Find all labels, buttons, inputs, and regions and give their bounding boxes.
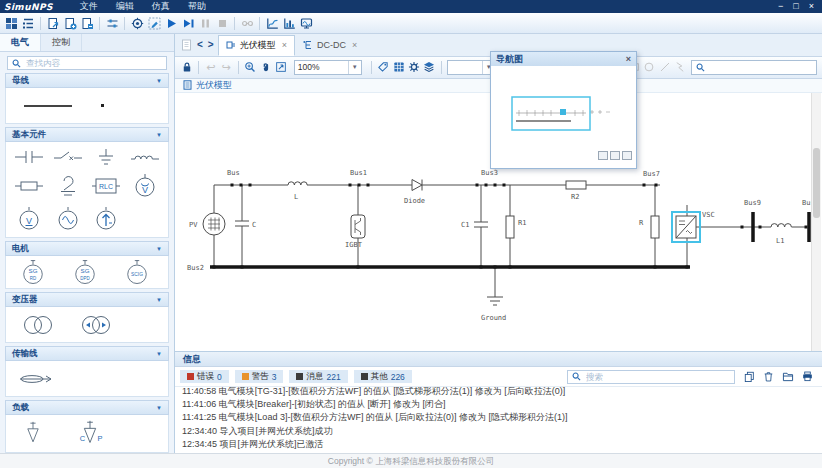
resistor-r1[interactable]	[506, 185, 514, 267]
component-ground[interactable]	[91, 147, 121, 167]
filter-errors[interactable]: 错误0	[180, 370, 229, 383]
insert-polyline-icon[interactable]	[674, 59, 687, 75]
component-transformer-2w[interactable]	[18, 313, 58, 337]
close-button[interactable]: ×	[809, 0, 814, 13]
component-ac-source[interactable]	[53, 206, 83, 232]
canvas-vertical-scrollbar[interactable]	[811, 93, 821, 351]
stop-icon[interactable]	[214, 15, 230, 31]
zoom-level-select[interactable]: 100% ▼	[294, 60, 362, 75]
back-icon[interactable]: <	[197, 39, 203, 50]
minimap-controls[interactable]	[598, 151, 632, 160]
menu-simulation[interactable]: 仿真	[152, 0, 170, 13]
connect-icon[interactable]	[239, 15, 255, 31]
section-transformer-header[interactable]: 变压器 ▼	[5, 292, 169, 307]
pause-icon[interactable]	[197, 15, 213, 31]
igbt[interactable]	[351, 185, 365, 267]
sidebar-tab-electrical[interactable]: 电气	[0, 34, 41, 51]
forward-icon[interactable]: >	[208, 39, 214, 50]
inductor-l[interactable]	[288, 181, 307, 184]
component-voltage-meter[interactable]: V	[14, 206, 44, 232]
menu-help[interactable]: 帮助	[188, 0, 206, 13]
insert-line-icon[interactable]	[658, 59, 671, 75]
component-capacitor[interactable]	[14, 147, 44, 167]
component-arrester[interactable]	[53, 174, 83, 198]
log-line[interactable]: 11:41:25 电气模块[Load 3]-[数值积分方法WF] 的值从 [后向…	[182, 411, 822, 424]
breadcrumb-label[interactable]: 光伏模型	[196, 79, 232, 92]
tab-close-icon[interactable]: ×	[352, 40, 357, 50]
insert-ellipse-icon[interactable]	[643, 59, 656, 75]
curve-chart-icon[interactable]	[264, 15, 280, 31]
dashboard-icon[interactable]	[3, 15, 19, 31]
print-log-icon[interactable]	[802, 371, 813, 382]
filter-messages[interactable]: 消息221	[289, 370, 347, 383]
log-line[interactable]: 12:34:40 导入项目[并网光伏系统]成功	[182, 425, 822, 438]
pan-hand-icon[interactable]	[259, 59, 272, 75]
menu-edit[interactable]: 编辑	[116, 0, 134, 13]
settings-sliders-icon[interactable]	[104, 15, 120, 31]
canvas-search[interactable]	[691, 60, 817, 75]
tab-dcdc[interactable]: DC-DC ×	[295, 35, 365, 56]
fit-view-icon[interactable]	[274, 59, 287, 75]
zoom-in-icon[interactable]	[244, 59, 257, 75]
capacitor-c1[interactable]	[474, 185, 488, 267]
label-tag-icon[interactable]	[377, 59, 390, 75]
navigation-map-body[interactable]	[491, 66, 636, 166]
sidebar-tab-control[interactable]: 控制	[41, 34, 82, 51]
step-run-icon[interactable]	[180, 15, 196, 31]
component-voltmeter[interactable]: V	[130, 173, 160, 199]
log-search-input[interactable]	[584, 371, 730, 383]
component-resistor[interactable]	[14, 176, 44, 196]
data-grid-icon[interactable]	[392, 59, 405, 75]
log-line[interactable]: 12:34:45 项目[并网光伏系统]已激活	[182, 438, 822, 451]
component-sg-generator-1[interactable]: SGRD	[18, 259, 48, 286]
component-breaker[interactable]	[53, 147, 83, 167]
component-cvp-load[interactable]: CP	[74, 419, 106, 449]
log-line[interactable]: 11:41:06 电气模块[Breaker]-[初始状态] 的值从 [断开] 修…	[182, 398, 822, 411]
clear-log-icon[interactable]	[763, 371, 774, 382]
project-tree-icon[interactable]	[20, 15, 36, 31]
log-search[interactable]	[567, 370, 735, 384]
tab-close-icon[interactable]: ×	[282, 40, 287, 50]
component-dc-current-source[interactable]	[91, 206, 121, 232]
capacitor-c[interactable]	[235, 185, 249, 267]
section-load-header[interactable]: 负载 ▼	[5, 400, 169, 415]
vsc-converter[interactable]	[676, 205, 696, 267]
diode[interactable]	[412, 179, 422, 190]
waveform-icon[interactable]	[281, 15, 297, 31]
component-sg-generator-2[interactable]: SGDPD	[70, 259, 100, 286]
redo-icon[interactable]: ↪	[220, 59, 233, 75]
component-scig-motor[interactable]: SCIG	[122, 259, 152, 286]
component-rlc-branch[interactable]: RLC	[91, 176, 121, 196]
scrollbar-thumb[interactable]	[813, 148, 820, 218]
navigation-map-panel[interactable]: 导航图 ×	[490, 51, 637, 169]
symbol-select-1[interactable]: ▼	[447, 60, 496, 75]
maximize-button[interactable]: □	[793, 0, 798, 13]
ground[interactable]	[487, 267, 503, 305]
layers-icon[interactable]	[423, 59, 436, 75]
component-load[interactable]	[20, 419, 46, 449]
filter-warnings[interactable]: 警告3	[235, 370, 284, 383]
open-log-folder-icon[interactable]	[782, 371, 794, 382]
section-line-header[interactable]: 传输线 ▼	[5, 346, 169, 361]
section-bus-header[interactable]: 母线 ▼	[5, 73, 169, 88]
gear-icon[interactable]	[407, 59, 420, 75]
lock-icon[interactable]	[180, 59, 193, 75]
copy-log-icon[interactable]	[744, 371, 755, 382]
component-transformer-2w-tap[interactable]	[76, 313, 116, 337]
component-transmission-line[interactable]	[18, 371, 58, 387]
component-node-dot[interactable]	[101, 104, 104, 107]
section-motor-header[interactable]: 电机 ▼	[5, 241, 169, 256]
sidebar-search[interactable]	[7, 56, 167, 70]
component-bus[interactable]	[24, 105, 72, 107]
component-inductor[interactable]	[130, 147, 160, 167]
log-line[interactable]: 11:40:58 电气模块[TG-31]-[数值积分方法WF] 的值从 [隐式梯…	[182, 387, 822, 398]
inductor-l1[interactable]	[771, 223, 791, 226]
edit-model-icon[interactable]	[146, 15, 162, 31]
undo-icon[interactable]: ↩	[204, 59, 217, 75]
section-basic-header[interactable]: 基本元件 ▼	[5, 127, 169, 142]
close-icon[interactable]: ×	[626, 54, 631, 64]
compile-icon[interactable]	[129, 15, 145, 31]
run-icon[interactable]	[163, 15, 179, 31]
pv-source[interactable]	[203, 185, 225, 267]
new-project-icon[interactable]	[62, 15, 78, 31]
